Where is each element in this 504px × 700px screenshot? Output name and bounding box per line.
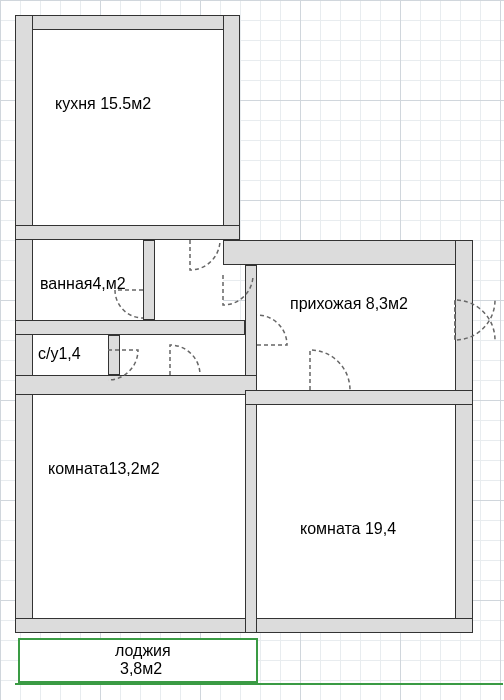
- wall-outer-right: [455, 240, 473, 633]
- label-wc: с/у1,4: [38, 345, 81, 363]
- label-kitchen: кухня 15.5м2: [55, 95, 151, 113]
- wall-bath-right: [143, 240, 155, 320]
- wall-bottom-right: [245, 618, 473, 633]
- wall-kitchen-bottom: [15, 225, 240, 240]
- room-kitchen: [33, 30, 223, 225]
- balcony-edge: [15, 683, 503, 685]
- wall-mid-top: [223, 240, 473, 265]
- label-bath: ванная4,м2: [40, 275, 126, 293]
- wall-below-corridor: [15, 375, 257, 395]
- wall-bottom-left: [15, 618, 260, 633]
- label-balcony: лоджия: [115, 642, 171, 660]
- wall-kitchen-right: [223, 15, 240, 240]
- wall-outer-top-left: [15, 15, 240, 30]
- label-room2: комната 19,4: [300, 520, 396, 538]
- wall-bath-bottom: [15, 320, 245, 335]
- floor-plan: кухня 15.5м2 ванная4,м2 с/у1,4 прихожая …: [0, 0, 504, 700]
- room-corridor-lower: [120, 335, 245, 375]
- room-hall: [257, 265, 455, 390]
- label-balcony-area: 3,8м2: [120, 660, 162, 678]
- room-corridor-upper: [155, 240, 223, 320]
- label-room1: комната13,2м2: [48, 460, 160, 478]
- wall-hall-left: [245, 265, 257, 633]
- room-room1: [33, 395, 245, 618]
- label-hall: прихожая 8,3м2: [290, 295, 408, 313]
- wall-wc-right: [108, 335, 120, 375]
- wall-hall-bottom: [245, 390, 473, 405]
- room-room2: [257, 405, 455, 618]
